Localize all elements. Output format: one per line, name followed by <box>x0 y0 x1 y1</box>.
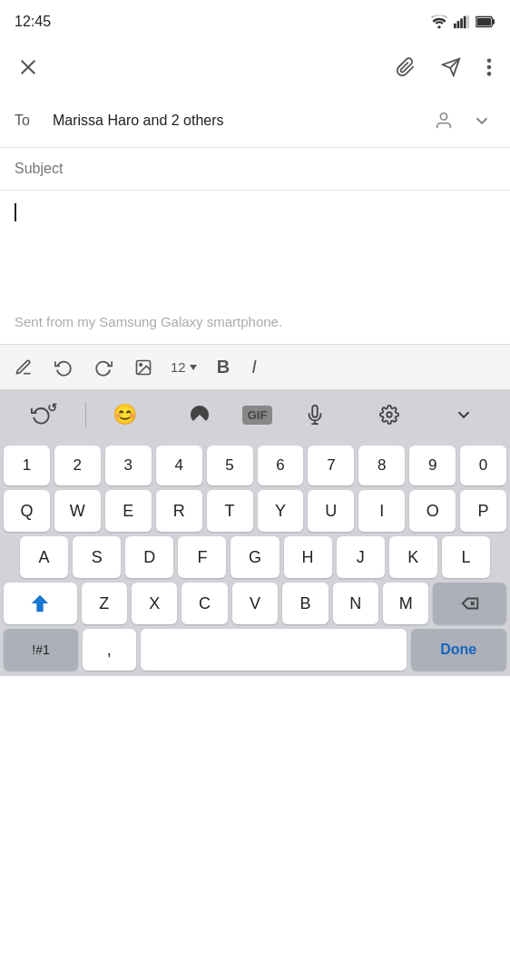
key-8[interactable]: 8 <box>358 446 405 485</box>
pencil-button[interactable] <box>11 357 36 378</box>
key-4[interactable]: 4 <box>156 446 202 485</box>
key-u[interactable]: U <box>308 490 354 532</box>
shift-icon <box>30 593 50 613</box>
key-y[interactable]: Y <box>258 490 304 532</box>
email-signature: Sent from my Samsung Galaxy smartphone. <box>0 299 510 344</box>
shift-button[interactable] <box>4 583 77 624</box>
to-label: To <box>15 113 42 129</box>
key-f[interactable]: F <box>178 536 226 578</box>
svg-point-23 <box>387 412 392 417</box>
redo-button[interactable] <box>91 357 116 378</box>
svg-point-13 <box>487 58 492 63</box>
toolbar-right <box>392 54 495 81</box>
compose-area: To Marissa Haro and 2 others Sent from m… <box>0 94 510 344</box>
key-i[interactable]: I <box>358 490 405 532</box>
svg-point-0 <box>437 25 440 28</box>
status-icons <box>430 15 495 29</box>
key-r[interactable]: R <box>156 490 202 532</box>
key-j[interactable]: J <box>337 536 385 578</box>
more-button[interactable] <box>483 54 495 81</box>
bottom-row: !#1 , Done <box>4 629 506 671</box>
add-recipient-button[interactable] <box>430 107 457 134</box>
key-9[interactable]: 9 <box>409 446 456 485</box>
font-size-selector[interactable]: 12 <box>171 359 199 375</box>
key-5[interactable]: 5 <box>207 446 253 485</box>
key-g[interactable]: G <box>230 536 279 578</box>
status-bar: 12:45 <box>0 0 510 40</box>
key-x[interactable]: X <box>132 583 177 624</box>
key-c[interactable]: C <box>181 583 227 624</box>
key-e[interactable]: E <box>105 490 152 532</box>
svg-marker-19 <box>190 365 197 370</box>
key-z[interactable]: Z <box>82 583 127 624</box>
key-o[interactable]: O <box>409 490 456 532</box>
key-3[interactable]: 3 <box>105 446 152 485</box>
to-recipients[interactable]: Marissa Haro and 2 others <box>53 113 419 129</box>
keyboard: 1 2 3 4 5 6 7 8 9 0 Q W E R T Y U I O P … <box>0 440 510 676</box>
key-p[interactable]: P <box>460 490 506 532</box>
key-t[interactable]: T <box>207 490 253 532</box>
wifi-icon <box>430 15 448 29</box>
key-6[interactable]: 6 <box>258 446 304 485</box>
to-row: To Marissa Haro and 2 others <box>0 94 510 148</box>
font-size-dropdown-icon <box>188 362 199 373</box>
key-h[interactable]: H <box>284 536 332 578</box>
key-l[interactable]: L <box>442 536 490 578</box>
kb-emoji-button[interactable]: 😊 <box>88 397 162 432</box>
key-m[interactable]: M <box>383 583 428 624</box>
svg-rect-3 <box>460 18 463 28</box>
keyboard-top-row: ↺ 😊 GIF <box>0 389 510 440</box>
done-button[interactable]: Done <box>411 629 506 671</box>
key-v[interactable]: V <box>232 583 278 624</box>
key-7[interactable]: 7 <box>308 446 354 485</box>
bold-button[interactable]: B <box>213 355 233 379</box>
key-0[interactable]: 0 <box>460 446 506 485</box>
kb-collapse-button[interactable] <box>427 399 501 430</box>
key-k[interactable]: K <box>389 536 437 578</box>
sticker-icon <box>189 404 211 426</box>
svg-rect-7 <box>492 19 495 24</box>
italic-button[interactable]: I <box>248 355 260 379</box>
undo-button[interactable] <box>51 357 76 378</box>
attach-button[interactable] <box>392 54 419 81</box>
backspace-icon <box>460 595 480 612</box>
space-key[interactable] <box>141 629 407 671</box>
comma-key[interactable]: , <box>83 629 136 671</box>
key-d[interactable]: D <box>125 536 173 578</box>
image-button[interactable] <box>131 357 156 378</box>
font-size-value: 12 <box>171 359 186 375</box>
close-button[interactable] <box>15 54 42 81</box>
app-toolbar <box>0 40 510 94</box>
svg-point-18 <box>140 363 142 366</box>
number-row: 1 2 3 4 5 6 7 8 9 0 <box>4 446 506 485</box>
kb-divider <box>85 402 86 427</box>
key-w[interactable]: W <box>54 490 101 532</box>
signal-icon <box>454 15 470 29</box>
to-actions <box>430 107 495 134</box>
kb-gif-button[interactable]: GIF <box>242 406 273 425</box>
key-q[interactable]: Q <box>4 490 50 532</box>
subject-row[interactable] <box>0 148 510 191</box>
kb-history-button[interactable]: ↺ <box>9 399 83 430</box>
backspace-button[interactable] <box>433 583 506 624</box>
kb-mic-button[interactable] <box>278 399 352 430</box>
symbols-button[interactable]: !#1 <box>4 629 78 671</box>
svg-point-14 <box>487 65 492 70</box>
body-area[interactable] <box>0 191 510 299</box>
key-2[interactable]: 2 <box>54 446 101 485</box>
send-button[interactable] <box>437 54 465 81</box>
subject-input[interactable] <box>15 161 495 177</box>
key-b[interactable]: B <box>282 583 328 624</box>
qwerty-row: Q W E R T Y U I O P <box>4 490 506 532</box>
svg-point-16 <box>440 113 446 120</box>
asdf-row: A S D F G H J K L <box>4 536 506 578</box>
kb-sticker-button[interactable] <box>162 398 237 431</box>
kb-settings-button[interactable] <box>352 399 427 430</box>
key-1[interactable]: 1 <box>4 446 50 485</box>
svg-rect-8 <box>476 18 491 25</box>
key-a[interactable]: A <box>20 536 68 578</box>
key-s[interactable]: S <box>73 536 121 578</box>
expand-button[interactable] <box>468 107 495 134</box>
key-n[interactable]: N <box>333 583 378 624</box>
svg-point-15 <box>487 72 492 76</box>
